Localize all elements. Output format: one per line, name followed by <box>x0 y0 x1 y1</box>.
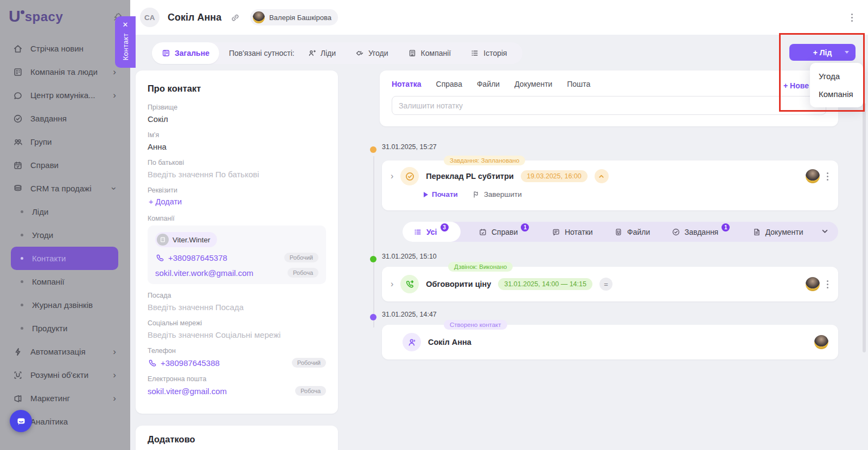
scrollbar[interactable] <box>863 103 866 352</box>
timeline-task-card: Завдання: Заплановано › Переклад PL субт… <box>382 160 838 210</box>
check-circle-icon <box>13 114 23 124</box>
chevron-down-icon[interactable] <box>821 228 828 236</box>
sidebar-item-company-people[interactable]: Компанія та люди › <box>0 60 130 83</box>
composer-tab-mail[interactable]: Пошта <box>567 80 590 88</box>
add-entity-dropdown: Угода Компанія <box>810 63 863 107</box>
task-more-button[interactable] <box>827 172 828 181</box>
sidebar-item-label: Центр комуніка... <box>30 91 95 100</box>
sidebar-item-label: Групи <box>30 137 52 146</box>
timeline-dot <box>370 256 376 262</box>
filter-tab-documents[interactable]: Документи <box>749 222 807 242</box>
created-contact-name[interactable]: Сокіл Анна <box>428 338 471 346</box>
equals-icon[interactable]: = <box>599 278 612 291</box>
composer-tab-files[interactable]: Файли <box>477 80 500 88</box>
uspacy-logo[interactable]: U spacy <box>9 9 63 25</box>
sidebar-item-smart-objects[interactable]: Розумні об'єкти › <box>0 363 130 387</box>
field-requisites: Реквізити + Додати <box>148 187 326 206</box>
sidebar-item-label: Журнал дзвінків <box>32 300 93 310</box>
sidebar-item-companies[interactable]: Компанії <box>0 270 130 293</box>
tab-general[interactable]: Загальне <box>152 42 219 64</box>
header-more-button[interactable] <box>851 14 853 22</box>
finish-task-button[interactable]: Завершити <box>472 190 522 198</box>
close-icon[interactable]: ✕ <box>123 21 129 29</box>
tab-leads[interactable]: Ліди <box>298 42 346 64</box>
count-badge: 3 <box>441 223 449 232</box>
sidebar-item-communication[interactable]: Центр комуніка... › <box>0 83 130 107</box>
support-chat-button[interactable] <box>10 410 32 432</box>
composer-tab-note[interactable]: Нотатка <box>392 80 422 88</box>
company-phone-link[interactable]: +380987645378 <box>168 253 227 262</box>
filter-tab-all[interactable]: Усі 3 <box>403 222 461 242</box>
sidebar-item-marketing[interactable]: Маркетинг › <box>0 387 130 410</box>
call-title[interactable]: Обговорити ціну <box>426 280 491 288</box>
sidebar-item-call-log[interactable]: Журнал дзвінків <box>0 293 130 317</box>
tab-history[interactable]: Історія <box>461 42 516 64</box>
note-input[interactable] <box>392 96 826 115</box>
field-placeholder: Введіть значення Соціальні мережі <box>148 330 326 339</box>
field-first-name[interactable]: Ім'я Анна <box>148 131 326 151</box>
expand-chevron-icon[interactable]: › <box>391 279 393 289</box>
composer-card: Нотатка Справа Файли Документи Пошта <box>380 70 838 126</box>
add-requisite-button[interactable]: + Додати <box>149 197 326 206</box>
home-icon <box>13 44 23 54</box>
owner-chip[interactable]: Валерія Башкірова <box>250 9 338 25</box>
company-email-link[interactable]: sokil.viter.work@gmail.com <box>155 268 253 278</box>
task-title[interactable]: Переклад PL субтитри <box>426 172 514 181</box>
sidebar-item-tasks[interactable]: Завдання <box>0 107 130 130</box>
filter-label: Справи <box>492 228 518 236</box>
field-social[interactable]: Соціальні мережі Введіть значення Соціал… <box>148 319 326 339</box>
expand-chevron-icon[interactable]: › <box>391 171 393 181</box>
contact-slideover-tab[interactable]: ✕ Контакт <box>115 16 136 68</box>
dropdown-item-deal[interactable]: Угода <box>810 67 863 85</box>
paperclip-icon <box>614 228 623 236</box>
tab-label: Компанії <box>421 49 451 57</box>
count-badge: 1 <box>722 223 730 232</box>
field-last-name[interactable]: Прізвище Сокіл <box>148 104 326 124</box>
filter-label: Документи <box>765 228 803 236</box>
filter-tab-notes[interactable]: Нотатки <box>548 222 596 242</box>
field-position[interactable]: Посада Введіть значення Посада <box>148 292 326 312</box>
sidebar-item-contacts[interactable]: Контакти <box>11 247 118 270</box>
field-label: Прізвище <box>148 104 326 111</box>
new-item-link[interactable]: + Нове <box>783 81 809 90</box>
contact-phone-link[interactable]: +380987645388 <box>161 358 220 368</box>
filter-label: Усі <box>426 228 437 236</box>
add-lead-button[interactable]: + Лід <box>789 44 856 61</box>
company-chip[interactable]: Viter.Winter <box>155 232 217 247</box>
tab-companies[interactable]: Компанії <box>398 42 461 64</box>
composer-tab-activity[interactable]: Справа <box>436 80 462 88</box>
sidebar-item-crm[interactable]: CRM та продажі › <box>0 177 130 200</box>
phone-type-badge: Робочий <box>292 358 326 368</box>
sidebar-item-activities[interactable]: Справи <box>0 153 130 177</box>
start-label: Почати <box>432 190 458 198</box>
sidebar-item-leads[interactable]: Ліди <box>0 200 130 223</box>
field-companies: Компанії Viter.Winter +380987645378 Робо… <box>148 215 326 284</box>
contact-icon <box>403 333 421 351</box>
caret-down-icon[interactable] <box>845 51 849 54</box>
company-box: Viter.Winter +380987645378 Робочий sokil… <box>148 226 326 284</box>
sidebar-item-label: Автоматизація <box>30 347 86 356</box>
filter-tab-tasks[interactable]: Завдання 1 <box>668 222 735 242</box>
timeline-line <box>373 156 374 327</box>
document-icon <box>752 228 761 236</box>
composer-tab-documents[interactable]: Документи <box>514 80 552 88</box>
sidebar-item-products[interactable]: Продукти <box>0 317 130 340</box>
filter-tab-files[interactable]: Файли <box>611 222 653 242</box>
sidebar-item-groups[interactable]: Групи <box>0 130 130 153</box>
call-more-button[interactable] <box>827 280 828 288</box>
start-task-button[interactable]: Почати <box>424 190 458 198</box>
composer-tabs: Нотатка Справа Файли Документи Пошта <box>392 80 826 88</box>
company-email-row: sokil.viter.work@gmail.com Робоча <box>155 268 318 278</box>
sidebar-item-deals[interactable]: Угоди <box>0 223 130 247</box>
sidebar-item-automation[interactable]: Автоматизація › <box>0 340 130 363</box>
sidebar-item-newsfeed[interactable]: Стрічка новин <box>0 37 130 60</box>
contact-email-link[interactable]: sokil.viter@gmail.com <box>148 387 227 396</box>
dropdown-item-company[interactable]: Компанія <box>810 85 863 103</box>
related-entities-label: Пов'язані сутності: <box>219 42 298 64</box>
tab-deals[interactable]: Угоди <box>346 42 398 64</box>
filter-tab-activities[interactable]: Справи 1 <box>475 222 534 242</box>
field-middle-name[interactable]: По батькові Введіть значення По батькові <box>148 159 326 179</box>
copy-link-icon[interactable] <box>230 12 240 23</box>
bullet-icon <box>21 257 23 260</box>
collapse-button[interactable] <box>595 169 609 183</box>
